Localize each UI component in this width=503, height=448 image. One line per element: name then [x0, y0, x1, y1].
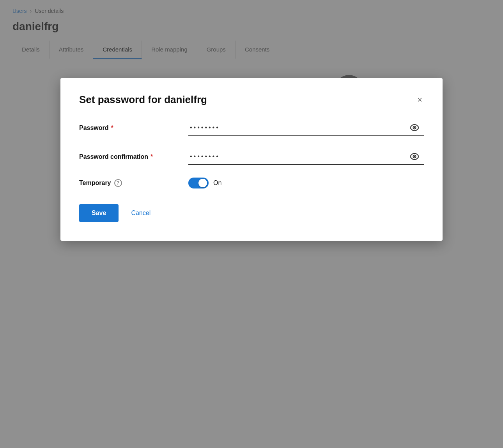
- set-password-modal: Set password for danielfrg × Password *: [60, 78, 443, 241]
- save-button[interactable]: Save: [79, 204, 119, 222]
- svg-point-5: [414, 156, 415, 157]
- password-label: Password *: [79, 124, 188, 132]
- password-confirm-visibility-toggle[interactable]: [405, 149, 424, 164]
- password-input-wrapper: [188, 120, 424, 136]
- modal-header: Set password for danielfrg ×: [79, 94, 424, 106]
- temporary-help-icon[interactable]: ?: [114, 179, 122, 187]
- temporary-field-row: Temporary ? On: [79, 178, 424, 188]
- temporary-toggle[interactable]: [188, 178, 209, 188]
- toggle-knob: [198, 179, 207, 187]
- password-required-star: *: [111, 124, 113, 132]
- modal-title: Set password for danielfrg: [79, 94, 207, 106]
- modal-close-button[interactable]: ×: [416, 94, 424, 106]
- password-confirm-label: Password confirmation *: [79, 153, 188, 160]
- toggle-state-label: On: [213, 180, 221, 187]
- password-confirm-input[interactable]: [188, 150, 405, 163]
- cancel-button[interactable]: Cancel: [128, 204, 154, 222]
- password-visibility-toggle[interactable]: [405, 120, 424, 135]
- modal-overlay: Set password for danielfrg × Password *: [0, 0, 503, 448]
- password-field-row: Password *: [79, 120, 424, 136]
- temporary-label: Temporary ?: [79, 179, 188, 187]
- svg-point-3: [414, 127, 415, 128]
- temporary-toggle-container: On: [188, 178, 221, 188]
- password-confirm-required-star: *: [151, 153, 153, 160]
- modal-actions: Save Cancel: [79, 204, 424, 222]
- password-input[interactable]: [188, 121, 405, 134]
- password-confirm-field-row: Password confirmation *: [79, 149, 424, 165]
- password-confirm-input-wrapper: [188, 149, 424, 165]
